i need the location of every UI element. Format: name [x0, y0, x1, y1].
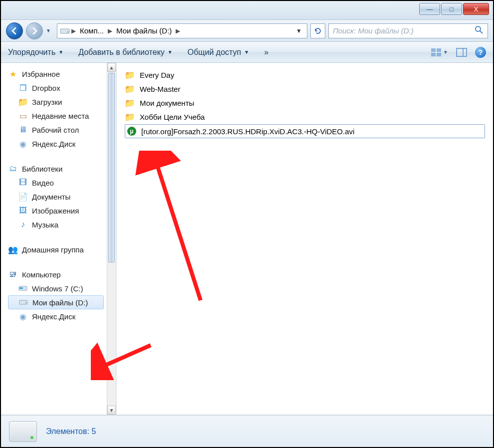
drive-icon: [9, 421, 37, 442]
scroll-down-icon[interactable]: ▼: [107, 406, 116, 415]
disk-icon: ◉: [18, 311, 28, 321]
preview-pane-icon: [456, 48, 467, 57]
file-name: Every Day: [140, 71, 174, 79]
sidebar-label: Рабочий стол: [32, 126, 79, 134]
refresh-icon: [314, 27, 322, 35]
svg-point-2: [476, 26, 481, 31]
share-menu[interactable]: Общий доступ ▼: [188, 48, 249, 57]
file-name: Мои документы: [140, 99, 194, 107]
forward-button[interactable]: [26, 22, 43, 39]
svg-point-13: [25, 302, 26, 303]
sidebar-label: Мои файлы (D:): [32, 298, 88, 307]
list-item[interactable]: 📁 Web-Master: [125, 82, 485, 96]
star-icon: ★: [8, 69, 18, 79]
sidebar-item-drive-c[interactable]: Windows 7 (C:): [8, 281, 114, 295]
sidebar-item-music[interactable]: ♪ Музыка: [8, 218, 114, 231]
music-icon: ♪: [18, 220, 28, 229]
recent-locations-dropdown[interactable]: ▼: [46, 28, 54, 33]
add-to-library-menu[interactable]: Добавить в библиотеку ▼: [78, 48, 173, 57]
svg-rect-5: [437, 48, 441, 52]
close-button[interactable]: X: [463, 3, 489, 15]
utorrent-icon: µ: [127, 127, 136, 136]
svg-rect-0: [60, 29, 69, 33]
libraries-icon: 🗂: [8, 164, 18, 174]
navigation-bar: ▼ ▶ Комп... ▶ Мои файлы (D:) ▶ ▼ Поиск: …: [1, 20, 493, 42]
toolbar-overflow[interactable]: »: [264, 48, 268, 57]
sidebar-item-computer[interactable]: 🖳 Компьютер: [8, 267, 114, 281]
drive-icon: [18, 297, 28, 307]
sidebar-item-yandex-disk-drive[interactable]: ◉ Яндекс.Диск: [8, 309, 114, 323]
sidebar-item-recent[interactable]: ▭ Недавние места: [8, 109, 114, 123]
help-icon: ?: [479, 48, 483, 56]
file-name: Web-Master: [140, 85, 180, 93]
breadcrumb-segment[interactable]: Комп...: [77, 26, 107, 35]
video-icon: 🎞: [18, 178, 28, 188]
sidebar-item-desktop[interactable]: 🖥 Рабочий стол: [8, 123, 114, 137]
sidebar-item-homegroup[interactable]: 👥 Домашняя группа: [8, 242, 114, 256]
sidebar-label: Музыка: [32, 221, 58, 229]
svg-rect-7: [437, 53, 441, 56]
sidebar-label: Избранное: [22, 70, 60, 78]
back-button[interactable]: [6, 22, 23, 39]
desktop-icon: 🖥: [18, 125, 28, 135]
arrow-right-icon: [30, 27, 38, 35]
sidebar-item-libraries[interactable]: 🗂 Библиотеки: [8, 162, 114, 176]
status-text: Элементов: 5: [46, 427, 96, 436]
breadcrumb[interactable]: ▶ Комп... ▶ Мои файлы (D:) ▶ ▼: [57, 23, 307, 38]
search-input[interactable]: Поиск: Мои файлы (D:): [328, 23, 488, 38]
scroll-up-icon[interactable]: ▲: [107, 63, 116, 72]
drive-icon: [59, 25, 70, 36]
file-list[interactable]: 📁 Every Day 📁 Web-Master 📁 Мои документы…: [117, 63, 493, 415]
sidebar-label: Dropbox: [32, 84, 60, 92]
toolbar-label: Добавить в библиотеку: [78, 48, 165, 57]
sidebar-label: Изображения: [32, 207, 79, 215]
sidebar-label: Документы: [32, 193, 70, 201]
breadcrumb-segment[interactable]: Мои файлы (D:): [113, 26, 175, 35]
sidebar-label: Домашняя группа: [22, 245, 84, 254]
command-toolbar: Упорядочить ▼ Добавить в библиотеку ▼ Об…: [1, 42, 493, 63]
sidebar-item-videos[interactable]: 🎞 Видео: [8, 176, 114, 190]
sidebar-group-libraries: 🗂 Библиотеки 🎞 Видео 📄 Документы 🖼 Изобр…: [8, 162, 114, 231]
list-item[interactable]: 📁 Хобби Цели Учеба: [125, 110, 485, 124]
sidebar-item-downloads[interactable]: 📁 Загрузки: [8, 95, 114, 109]
sidebar-label: Компьютер: [22, 270, 61, 279]
view-options-button[interactable]: ▼: [431, 48, 448, 57]
dropbox-icon: ❒: [18, 83, 28, 93]
sidebar-label: Яндекс.Диск: [32, 140, 75, 148]
sidebar-item-dropbox[interactable]: ❒ Dropbox: [8, 81, 114, 95]
sidebar-group-homegroup: 👥 Домашняя группа: [8, 242, 114, 256]
sidebar-item-pictures[interactable]: 🖼 Изображения: [8, 204, 114, 218]
sidebar-label: Windows 7 (C:): [32, 284, 83, 293]
help-button[interactable]: ?: [475, 47, 486, 58]
organize-menu[interactable]: Упорядочить ▼: [8, 48, 63, 57]
navigation-pane: ★ Избранное ❒ Dropbox 📁 Загрузки ▭ Недав…: [1, 63, 116, 415]
svg-line-3: [480, 31, 483, 33]
file-name: Хобби Цели Учеба: [140, 113, 205, 121]
list-item[interactable]: 📁 Мои документы: [125, 96, 485, 110]
minimize-button[interactable]: —: [419, 3, 440, 15]
chevron-right-icon: ▶: [107, 27, 113, 34]
status-bar: Элементов: 5: [1, 415, 493, 447]
sidebar-item-drive-d[interactable]: Мои файлы (D:): [8, 295, 104, 309]
chevron-down-icon: ▼: [168, 49, 173, 55]
sidebar-item-favorites[interactable]: ★ Избранное: [8, 67, 114, 81]
list-item-selected[interactable]: µ [rutor.org]Forsazh.2.2003.RUS.HDRip.Xv…: [125, 124, 485, 138]
toolbar-label: Упорядочить: [8, 48, 55, 57]
svg-rect-4: [431, 48, 436, 52]
refresh-button[interactable]: [310, 23, 325, 38]
sidebar-item-documents[interactable]: 📄 Документы: [8, 190, 114, 204]
preview-pane-button[interactable]: [456, 48, 467, 57]
arrow-left-icon: [10, 27, 18, 35]
maximize-button[interactable]: □: [441, 3, 462, 15]
sidebar-item-yandex-disk[interactable]: ◉ Яндекс.Диск: [8, 137, 114, 151]
svg-rect-6: [431, 53, 436, 56]
sidebar-group-favorites: ★ Избранное ❒ Dropbox 📁 Загрузки ▭ Недав…: [8, 67, 114, 151]
breadcrumb-dropdown[interactable]: ▼: [293, 27, 305, 34]
list-item[interactable]: 📁 Every Day: [125, 68, 485, 82]
chevron-right-icon: ▶: [70, 27, 77, 34]
toolbar-label: Общий доступ: [188, 48, 242, 57]
svg-rect-11: [19, 287, 23, 289]
sidebar-label: Яндекс.Диск: [32, 312, 75, 321]
sidebar-scrollbar[interactable]: ▲ ▼: [107, 63, 116, 415]
scroll-thumb[interactable]: [108, 73, 115, 262]
